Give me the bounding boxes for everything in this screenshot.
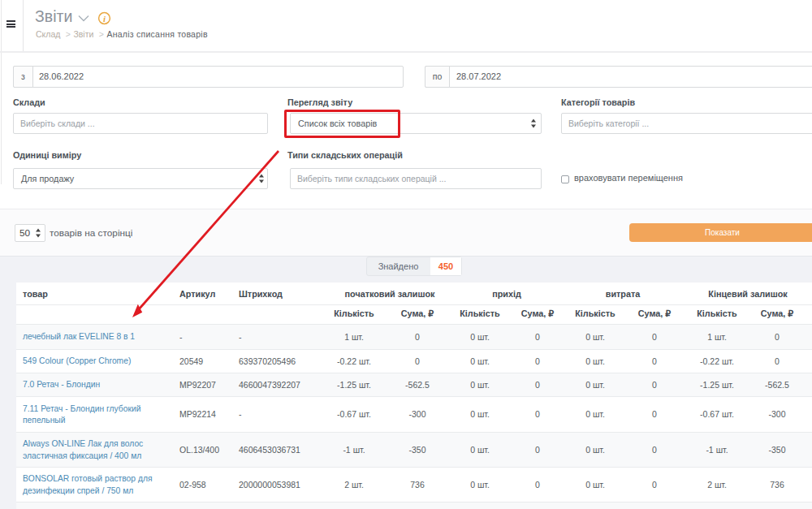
svg-text:i: i [103,14,106,24]
